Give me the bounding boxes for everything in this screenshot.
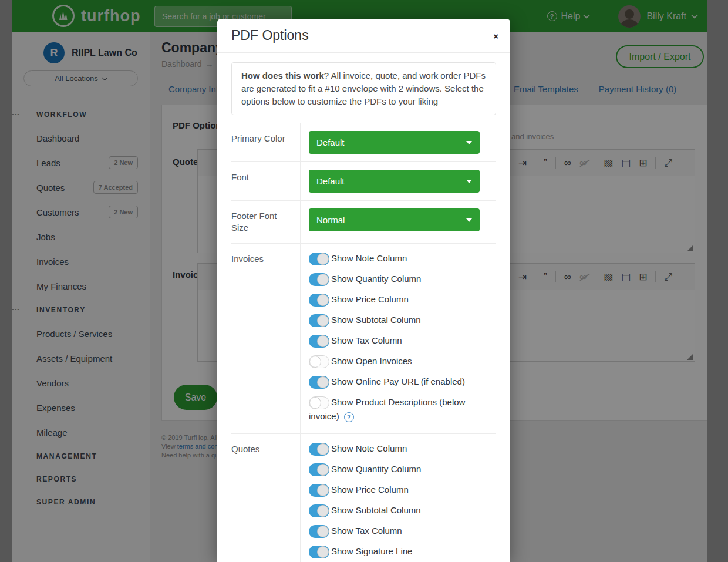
- toggle-switch[interactable]: [309, 525, 329, 538]
- toggle-knob: [317, 376, 329, 388]
- primary-color-select[interactable]: Default: [309, 131, 480, 154]
- toggle-group-label: Quotes: [231, 434, 301, 562]
- toggle-switch[interactable]: [309, 546, 329, 558]
- toggle-row: Show Product Descriptions (below invoice…: [309, 395, 480, 423]
- caret-down-icon: [466, 180, 472, 183]
- close-icon[interactable]: ×: [493, 32, 498, 41]
- select-row-control: Normal: [301, 201, 496, 243]
- toggle-label: Show Price Column: [331, 484, 409, 494]
- toggle-label: Show Note Column: [331, 253, 407, 263]
- toggle-row: Show Quantity Column: [309, 462, 480, 476]
- select-row-label: Font: [231, 162, 301, 200]
- select-row: Primary ColorDefault: [231, 123, 496, 161]
- toggle-knob: [309, 397, 321, 409]
- toggle-group-controls: Show Note ColumnShow Quantity ColumnShow…: [301, 244, 496, 433]
- toggle-knob: [317, 526, 329, 537]
- toggle-knob: [317, 443, 329, 455]
- toggle-switch[interactable]: [309, 314, 329, 327]
- toggle-row: Show Tax Column: [309, 524, 480, 538]
- toggle-switch[interactable]: [309, 396, 329, 409]
- toggle-label: Show Signature Line: [331, 546, 412, 556]
- toggle-knob: [317, 253, 329, 265]
- toggle-row: Show Price Column: [309, 292, 480, 307]
- toggle-row: Show Online Pay URL (if enabled): [309, 375, 480, 389]
- select-value: Default: [316, 176, 345, 186]
- toggle-group-label: Invoices: [231, 244, 301, 433]
- select-row: FontDefault: [231, 161, 496, 200]
- toggle-knob: [317, 484, 329, 496]
- select-row: Footer Font SizeNormal: [231, 200, 496, 243]
- toggle-knob: [317, 546, 329, 558]
- select-row-control: Default: [301, 123, 496, 161]
- modal-title: PDF Options: [231, 28, 309, 43]
- modal-header: PDF Options ×: [217, 19, 510, 53]
- toggle-label: Show Subtotal Column: [331, 505, 421, 515]
- toggle-switch[interactable]: [309, 335, 329, 348]
- select-value: Default: [316, 137, 345, 147]
- toggle-switch[interactable]: [309, 294, 329, 307]
- select-row-label: Primary Color: [231, 123, 301, 161]
- toggle-label: Show Quantity Column: [331, 274, 421, 284]
- toggle-row: Show Price Column: [309, 483, 480, 497]
- toggle-switch[interactable]: [309, 443, 329, 456]
- toggle-label: Show Quantity Column: [331, 464, 421, 474]
- modal-form: Primary ColorDefaultFontDefaultFooter Fo…: [231, 123, 496, 562]
- toggle-row: Show Subtotal Column: [309, 503, 480, 517]
- toggle-switch[interactable]: [309, 273, 329, 286]
- toggle-label: Show Product Descriptions (below invoice…: [309, 397, 465, 421]
- toggle-group-row: InvoicesShow Note ColumnShow Quantity Co…: [231, 243, 496, 433]
- toggle-knob: [317, 274, 329, 285]
- toggle-label: Show Open Invoices: [331, 356, 412, 366]
- modal-body: How does this work? All invoice, quote, …: [217, 53, 510, 562]
- toggle-knob: [317, 294, 329, 306]
- toggle-label: Show Price Column: [331, 294, 409, 304]
- toggle-label: Show Subtotal Column: [331, 315, 421, 325]
- select-value: Normal: [316, 215, 345, 225]
- toggle-label: Show Note Column: [331, 443, 407, 453]
- toggle-row: Show Signature Line: [309, 544, 480, 558]
- toggle-switch[interactable]: [309, 253, 329, 265]
- toggle-switch[interactable]: [309, 355, 329, 368]
- toggle-label: Show Online Pay URL (if enabled): [331, 376, 465, 386]
- toggle-knob: [317, 315, 329, 327]
- toggle-row: Show Subtotal Column: [309, 313, 480, 327]
- font-select[interactable]: Default: [309, 170, 480, 193]
- caret-down-icon: [466, 141, 472, 144]
- footer-font-size-select[interactable]: Normal: [309, 208, 480, 231]
- toggle-row: Show Tax Column: [309, 334, 480, 348]
- help-tooltip-icon[interactable]: ?: [344, 412, 354, 422]
- caret-down-icon: [466, 218, 472, 222]
- toggle-knob: [317, 505, 329, 517]
- toggle-label: Show Tax Column: [331, 526, 402, 536]
- info-bold-text: How does this work: [241, 70, 324, 80]
- toggle-switch[interactable]: [309, 463, 329, 476]
- select-row-label: Footer Font Size: [231, 201, 301, 243]
- toggle-label: Show Tax Column: [331, 335, 402, 345]
- info-box: How does this work? All invoice, quote, …: [231, 62, 496, 115]
- pdf-options-modal: PDF Options × How does this work? All in…: [217, 19, 510, 562]
- toggle-group-row: QuotesShow Note ColumnShow Quantity Colu…: [231, 433, 496, 562]
- toggle-switch[interactable]: [309, 504, 329, 517]
- toggle-row: Show Note Column: [309, 251, 480, 265]
- toggle-switch[interactable]: [309, 484, 329, 497]
- toggle-row: Show Open Invoices: [309, 354, 480, 368]
- toggle-knob: [317, 335, 329, 347]
- select-row-control: Default: [301, 162, 496, 200]
- toggle-switch[interactable]: [309, 376, 329, 389]
- toggle-row: Show Quantity Column: [309, 272, 480, 286]
- toggle-knob: [309, 356, 321, 368]
- toggle-row: Show Note Column: [309, 442, 480, 456]
- toggle-knob: [317, 464, 329, 476]
- toggle-group-controls: Show Note ColumnShow Quantity ColumnShow…: [301, 434, 496, 562]
